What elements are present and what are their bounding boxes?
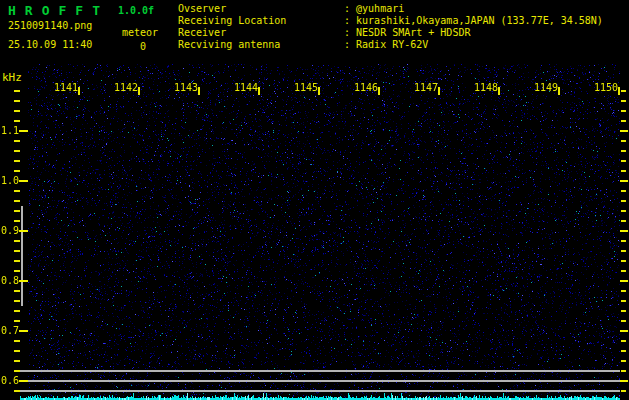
freq-minor-tick	[621, 390, 626, 392]
reference-line	[20, 370, 620, 372]
freq-major-tick	[620, 130, 628, 132]
time-axis-label: 1150	[594, 82, 618, 93]
freq-minor-tick	[621, 110, 626, 112]
freq-tick-label: 0.8	[1, 275, 19, 286]
hrofft-window: HROFFT 1.0.0f 2510091140.png 25.10.09 11…	[0, 0, 629, 400]
info-value: NESDR SMArt + HDSDR	[356, 27, 470, 38]
freq-major-tick	[620, 330, 628, 332]
freq-minor-tick	[14, 90, 20, 92]
freq-minor-tick	[14, 100, 20, 102]
time-tick	[378, 87, 380, 95]
freq-major-tick	[19, 280, 28, 282]
time-axis-label: 1147	[414, 82, 438, 93]
spectrogram-canvas	[28, 64, 620, 400]
info-label: Recviving antenna	[178, 39, 344, 51]
freq-minor-tick	[621, 200, 626, 202]
freq-minor-tick	[621, 140, 626, 142]
time-axis-label: 1141	[54, 82, 78, 93]
time-axis-label: 1144	[234, 82, 258, 93]
freq-minor-tick	[621, 160, 626, 162]
info-label: Receiving Location	[178, 15, 344, 27]
info-row: Receiver: NESDR SMArt + HDSDR	[178, 27, 603, 39]
freq-major-tick	[19, 180, 28, 182]
time-tick	[558, 87, 560, 95]
version-label: 1.0.0f	[118, 5, 154, 16]
info-separator: :	[344, 27, 356, 38]
info-label: Receiver	[178, 27, 344, 39]
freq-major-tick	[19, 330, 28, 332]
datetime-label: 25.10.09 11:40	[8, 39, 92, 50]
info-row: Recviving antenna: Radix RY-62V	[178, 39, 603, 51]
time-tick	[438, 87, 440, 95]
freq-major-tick	[19, 230, 28, 232]
freq-tick-label: 1.0	[1, 175, 19, 186]
freq-tick-label: 1.1	[1, 125, 19, 136]
freq-minor-tick	[14, 340, 20, 342]
freq-major-tick	[19, 380, 28, 382]
freq-minor-tick	[14, 150, 20, 152]
time-tick	[198, 87, 200, 95]
time-axis-label: 1149	[534, 82, 558, 93]
observer-info: Ovserver: @yuhmariReceiving Location: ku…	[178, 3, 603, 51]
freq-major-tick	[620, 230, 628, 232]
freq-minor-tick	[621, 300, 626, 302]
info-value: Radix RY-62V	[356, 39, 428, 50]
time-tick	[318, 87, 320, 95]
freq-minor-tick	[621, 340, 626, 342]
freq-minor-tick	[621, 210, 626, 212]
meteor-count-value: 0	[140, 41, 146, 52]
info-separator: :	[344, 15, 356, 26]
freq-minor-tick	[14, 170, 20, 172]
time-axis-label: 1142	[114, 82, 138, 93]
info-separator: :	[344, 39, 356, 50]
time-axis-label: 1146	[354, 82, 378, 93]
freq-minor-tick	[14, 120, 20, 122]
time-tick	[78, 87, 80, 95]
freq-minor-tick	[621, 270, 626, 272]
khz-unit-label: kHz	[2, 71, 22, 84]
freq-tick-label: 0.7	[1, 325, 19, 336]
freq-minor-tick	[621, 260, 626, 262]
freq-minor-tick	[621, 240, 626, 242]
info-row: Receiving Location: kurashiki,Okayama,JA…	[178, 15, 603, 27]
freq-minor-tick	[621, 370, 626, 372]
freq-minor-tick	[621, 100, 626, 102]
freq-minor-tick	[14, 220, 20, 222]
info-value: @yuhmari	[356, 3, 404, 14]
freq-tick-label: 0.9	[1, 225, 19, 236]
info-separator: :	[344, 3, 356, 14]
freq-minor-tick	[621, 90, 626, 92]
reference-line	[20, 380, 620, 382]
freq-major-tick	[620, 280, 628, 282]
time-tick	[138, 87, 140, 95]
freq-minor-tick	[14, 190, 20, 192]
time-axis-label: 1145	[294, 82, 318, 93]
freq-major-tick	[620, 180, 628, 182]
freq-minor-tick	[14, 250, 20, 252]
freq-minor-tick	[14, 300, 20, 302]
freq-minor-tick	[14, 160, 20, 162]
freq-major-tick	[620, 380, 628, 382]
time-tick	[258, 87, 260, 95]
freq-minor-tick	[621, 310, 626, 312]
info-label: Ovserver	[178, 3, 344, 15]
filename-label: 2510091140.png	[8, 20, 92, 31]
freq-minor-tick	[14, 360, 20, 362]
freq-minor-tick	[14, 200, 20, 202]
freq-minor-tick	[621, 150, 626, 152]
freq-minor-tick	[621, 170, 626, 172]
freq-minor-tick	[14, 270, 20, 272]
info-row: Ovserver: @yuhmari	[178, 3, 603, 15]
freq-minor-tick	[14, 140, 20, 142]
time-axis-label: 1148	[474, 82, 498, 93]
count-band-marker	[21, 206, 23, 306]
freq-minor-tick	[14, 320, 20, 322]
meteor-count-label: meteor	[122, 27, 158, 38]
freq-minor-tick	[14, 260, 20, 262]
freq-minor-tick	[14, 240, 20, 242]
info-value: kurashiki,Okayama,JAPAN (133.77E, 34.58N…	[356, 15, 603, 26]
freq-minor-tick	[14, 350, 20, 352]
app-title: HROFFT	[8, 3, 109, 18]
freq-minor-tick	[14, 290, 20, 292]
freq-minor-tick	[14, 370, 20, 372]
